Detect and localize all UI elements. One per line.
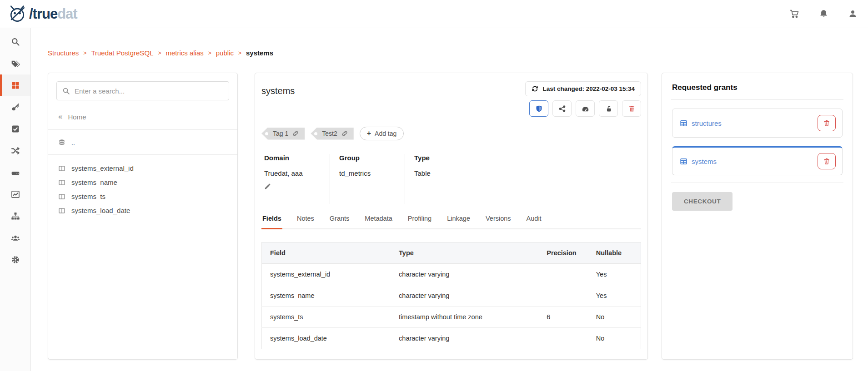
tags-row: Tag 1 Test2 + Add tag (261, 127, 641, 140)
column-header-nullable: Nullable (588, 242, 641, 264)
icon-sidebar (0, 28, 31, 371)
tab-grants[interactable]: Grants (329, 215, 351, 229)
sidebar-item-search[interactable] (0, 31, 30, 53)
field-link[interactable]: systems_load_date (262, 328, 391, 349)
sidebar-item-structures[interactable] (0, 74, 30, 96)
gear-icon (11, 255, 20, 264)
table-row: systems_ts timestamp without time zone 6… (262, 307, 641, 328)
browser-home-link[interactable]: « Home (58, 112, 227, 121)
requested-grants-panel: Requested grants structures systems CHEC… (662, 73, 853, 360)
link-icon[interactable] (341, 130, 348, 137)
pencil-icon (264, 183, 271, 190)
remove-grant-button[interactable] (818, 115, 836, 131)
breadcrumb-link[interactable]: public (216, 49, 234, 57)
columns-icon (58, 165, 65, 172)
link-icon[interactable] (292, 130, 299, 137)
protect-button[interactable] (529, 100, 548, 117)
chevron-double-left-icon: « (58, 112, 61, 121)
tab-linkage[interactable]: Linkage (446, 215, 471, 229)
last-changed-label: Last changed: 2022-02-03 15:34 (542, 85, 635, 92)
table-icon (680, 158, 687, 165)
search-input[interactable] (75, 87, 223, 95)
tab-notes[interactable]: Notes (296, 215, 315, 229)
sidebar-item-lineage[interactable] (0, 140, 30, 162)
checkout-button[interactable]: CHECKOUT (672, 192, 733, 211)
tab-metadata[interactable]: Metadata (364, 215, 393, 229)
grant-item-selected: systems (672, 146, 843, 175)
field-nullable: No (588, 307, 641, 328)
sidebar-item-sources[interactable] (0, 162, 30, 183)
structure-browser-panel: « Home .. systems_external_id systems_na… (48, 73, 238, 360)
field-list-item[interactable]: systems_name (48, 175, 237, 189)
sidebar-item-dashboards[interactable] (0, 183, 30, 205)
tag-chip[interactable]: Tag 1 (261, 128, 305, 140)
grant-structure-link[interactable]: systems (680, 158, 717, 165)
field-precision (538, 328, 587, 349)
tag-hole (265, 132, 268, 135)
column-header-type: Type (391, 242, 538, 264)
share-icon (558, 105, 566, 113)
columns-icon (58, 193, 65, 200)
grant-item-label: systems (692, 158, 717, 165)
sidebar-item-settings[interactable] (0, 249, 30, 271)
users-icon (11, 233, 20, 242)
sidebar-item-tags[interactable] (0, 53, 30, 74)
tab-profiling[interactable]: Profiling (407, 215, 432, 229)
unlock-button[interactable] (599, 100, 618, 117)
profile-gauge-button[interactable] (576, 100, 595, 117)
cart-icon[interactable] (789, 9, 800, 20)
breadcrumb-link[interactable]: Structures (48, 49, 79, 57)
sidebar-item-permissions[interactable] (0, 96, 30, 118)
field-link[interactable]: systems_external_id (262, 264, 391, 285)
database-icon (58, 139, 65, 146)
tab-fields[interactable]: Fields (261, 215, 282, 229)
divider (671, 183, 843, 183)
tags-icon (11, 59, 20, 68)
group-value: td_metrics (339, 169, 396, 177)
detail-tabs: Fields Notes Grants Metadata Profiling L… (261, 215, 641, 229)
structure-search[interactable] (56, 81, 229, 100)
logo-text: /truedat (29, 6, 77, 22)
breadcrumb-link[interactable]: metrics alias (166, 49, 203, 57)
browser-parent-item[interactable]: .. (58, 139, 227, 146)
sidebar-item-quality[interactable] (0, 118, 30, 140)
user-icon[interactable] (847, 9, 858, 20)
column-header-precision: Precision (538, 242, 587, 264)
truedat-logo[interactable]: /truedat (7, 4, 77, 24)
grant-item-label: structures (692, 119, 722, 127)
edit-domain-button[interactable] (264, 183, 321, 192)
domain-label: Domain (264, 154, 321, 162)
chart-line-icon (11, 190, 20, 199)
share-button[interactable] (552, 100, 572, 117)
top-bar: /truedat (0, 0, 868, 28)
bell-icon[interactable] (818, 9, 829, 20)
table-row: systems_name character varying Yes (262, 285, 641, 307)
tab-versions[interactable]: Versions (485, 215, 512, 229)
field-type: timestamp without time zone (391, 307, 538, 328)
tag-chip[interactable]: Test2 (311, 128, 353, 140)
field-item-label: systems_external_id (71, 164, 134, 172)
breadcrumb-link[interactable]: Truedat PostgreSQL (91, 49, 153, 57)
field-link[interactable]: systems_ts (262, 307, 391, 328)
structure-detail-panel: systems Last changed: 2022-02-03 15:34 (255, 73, 648, 360)
field-list-item[interactable]: systems_ts (48, 189, 237, 203)
field-precision (538, 285, 587, 307)
sidebar-item-users[interactable] (0, 227, 30, 249)
unlock-icon (605, 105, 612, 113)
add-tag-button[interactable]: + Add tag (360, 127, 404, 140)
field-link[interactable]: systems_name (262, 285, 391, 307)
sidebar-item-taxonomy[interactable] (0, 205, 30, 227)
table-row: systems_load_date character varying No (262, 328, 641, 349)
remove-grant-button[interactable] (818, 153, 836, 169)
grant-structure-link[interactable]: structures (680, 119, 722, 127)
tab-audit[interactable]: Audit (526, 215, 542, 229)
delete-structure-button[interactable] (622, 100, 641, 117)
columns-icon (58, 179, 65, 186)
breadcrumb-separator: > (208, 50, 211, 56)
table-row: systems_external_id character varying Ye… (262, 264, 641, 285)
field-list-item[interactable]: systems_external_id (48, 161, 237, 175)
field-list-item[interactable]: systems_load_date (48, 203, 237, 218)
grid-icon (11, 81, 20, 90)
refresh-button[interactable]: Last changed: 2022-02-03 15:34 (525, 81, 641, 96)
field-list: systems_external_id systems_name systems… (48, 161, 237, 218)
